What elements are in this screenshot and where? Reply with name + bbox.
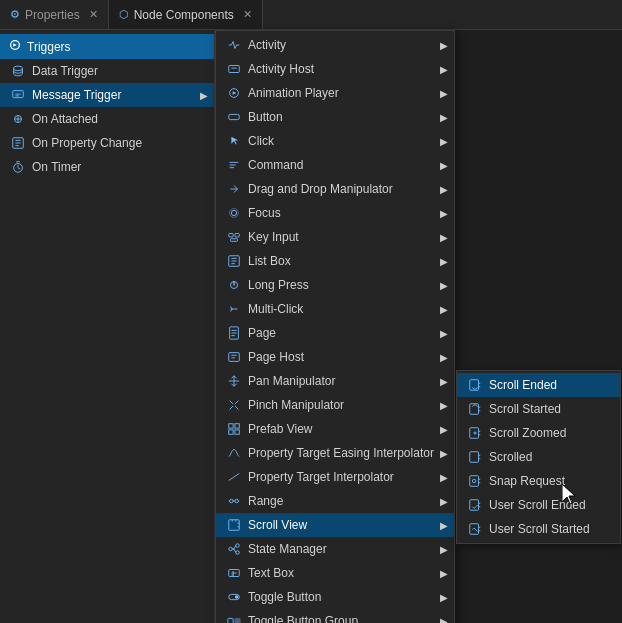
triggers-label: Triggers: [27, 40, 71, 54]
menu-user-scroll-started[interactable]: User Scroll Started: [457, 517, 620, 541]
menu-scroll-started[interactable]: Scroll Started: [457, 397, 620, 421]
button-arrow: ▶: [440, 112, 448, 123]
click-label: Click: [248, 134, 274, 148]
snap-request-icon: [467, 473, 483, 489]
prefab-view-label: Prefab View: [248, 422, 312, 436]
menu-scroll-view[interactable]: Scroll View ▶: [216, 513, 454, 537]
left-panel-data-trigger[interactable]: Data Trigger: [0, 59, 214, 83]
menu-pinch-manipulator[interactable]: Pinch Manipulator ▶: [216, 393, 454, 417]
state-manager-icon: [226, 541, 242, 557]
menu-list-box[interactable]: List Box ▶: [216, 249, 454, 273]
menu-page[interactable]: Page ▶: [216, 321, 454, 345]
triggers-icon: [8, 38, 22, 55]
menu-drag-drop[interactable]: Drag and Drop Manipulator ▶: [216, 177, 454, 201]
prop-target-interp-icon: [226, 469, 242, 485]
tab-properties-close[interactable]: ✕: [89, 8, 98, 21]
button-label: Button: [248, 110, 283, 124]
menu-user-scroll-ended[interactable]: User Scroll Ended: [457, 493, 620, 517]
svg-point-1: [14, 66, 23, 70]
scrolled-label: Scrolled: [489, 450, 532, 464]
activity-label: Activity: [248, 38, 286, 52]
menu-click[interactable]: Click ▶: [216, 129, 454, 153]
menu-snap-request[interactable]: Snap Request: [457, 469, 620, 493]
on-timer-label: On Timer: [32, 160, 81, 174]
user-scroll-ended-label: User Scroll Ended: [489, 498, 586, 512]
svg-point-22: [230, 499, 234, 503]
focus-arrow: ▶: [440, 208, 448, 219]
menu-range[interactable]: Range ▶: [216, 489, 454, 513]
drag-drop-icon: [226, 181, 242, 197]
command-icon: [226, 157, 242, 173]
list-box-icon: [226, 253, 242, 269]
menu-focus[interactable]: Focus ▶: [216, 201, 454, 225]
command-arrow: ▶: [440, 160, 448, 171]
menu-command[interactable]: Command ▶: [216, 153, 454, 177]
scroll-zoomed-icon: [467, 425, 483, 441]
menu-prop-target-interp[interactable]: Property Target Interpolator ▶: [216, 465, 454, 489]
menu-activity[interactable]: Activity ▶: [216, 33, 454, 57]
text-box-arrow: ▶: [440, 568, 448, 579]
text-box-icon: [226, 565, 242, 581]
tab-properties[interactable]: ⚙ Properties ✕: [0, 0, 109, 29]
scroll-zoomed-label: Scroll Zoomed: [489, 426, 566, 440]
animation-player-label: Animation Player: [248, 86, 339, 100]
menu-prop-target-easing[interactable]: Property Target Easing Interpolator ▶: [216, 441, 454, 465]
menu-button[interactable]: Button ▶: [216, 105, 454, 129]
menu-animation-player[interactable]: Animation Player ▶: [216, 81, 454, 105]
menu-pan-manipulator[interactable]: Pan Manipulator ▶: [216, 369, 454, 393]
pan-manipulator-arrow: ▶: [440, 376, 448, 387]
toggle-button-arrow: ▶: [440, 592, 448, 603]
menu-prefab-view[interactable]: Prefab View ▶: [216, 417, 454, 441]
svg-rect-18: [229, 424, 233, 428]
menu-multi-click[interactable]: Multi-Click ▶: [216, 297, 454, 321]
message-trigger-arrow: ▶: [200, 90, 208, 101]
left-panel-on-property-change[interactable]: On Property Change: [0, 131, 214, 155]
prop-target-easing-label: Property Target Easing Interpolator: [248, 446, 434, 460]
range-label: Range: [248, 494, 283, 508]
scroll-view-label: Scroll View: [248, 518, 307, 532]
toggle-button-label: Toggle Button: [248, 590, 321, 604]
page-host-icon: [226, 349, 242, 365]
left-panel-on-timer[interactable]: On Timer: [0, 155, 214, 179]
activity-host-label: Activity Host: [248, 62, 314, 76]
key-input-arrow: ▶: [440, 232, 448, 243]
menu-scroll-zoomed[interactable]: Scroll Zoomed: [457, 421, 620, 445]
drag-drop-arrow: ▶: [440, 184, 448, 195]
scroll-view-arrow: ▶: [440, 520, 448, 531]
click-arrow: ▶: [440, 136, 448, 147]
menu-key-input[interactable]: Key Input ▶: [216, 225, 454, 249]
prop-target-easing-arrow: ▶: [440, 448, 448, 459]
menu-scroll-ended[interactable]: Scroll Ended: [457, 373, 620, 397]
scrolled-icon: [467, 449, 483, 465]
svg-rect-17: [229, 353, 240, 362]
menu-page-host[interactable]: Page Host ▶: [216, 345, 454, 369]
on-property-change-icon: [10, 135, 26, 151]
menu-scrolled[interactable]: Scrolled: [457, 445, 620, 469]
left-panel-message-trigger[interactable]: Message Trigger ▶: [0, 83, 214, 107]
focus-icon: [226, 205, 242, 221]
left-panel-on-attached[interactable]: On Attached: [0, 107, 214, 131]
menu-toggle-button[interactable]: Toggle Button ▶: [216, 585, 454, 609]
menu-text-box[interactable]: Text Box ▶: [216, 561, 454, 585]
list-box-label: List Box: [248, 254, 291, 268]
svg-rect-11: [229, 234, 233, 238]
menu-activity-host[interactable]: Activity Host ▶: [216, 57, 454, 81]
left-panel: Triggers Data Trigger Message Trigger ▶ …: [0, 30, 215, 623]
menu-toggle-button-group[interactable]: Toggle Button Group ▶: [216, 609, 454, 623]
properties-tab-icon: ⚙: [10, 8, 20, 21]
pan-manipulator-label: Pan Manipulator: [248, 374, 335, 388]
long-press-icon: [226, 277, 242, 293]
pinch-manipulator-label: Pinch Manipulator: [248, 398, 344, 412]
tab-bar: ⚙ Properties ✕ ⬡ Node Components ✕: [0, 0, 622, 30]
tab-node-components-close[interactable]: ✕: [243, 8, 252, 21]
triggers-header[interactable]: Triggers: [0, 34, 214, 59]
on-property-change-label: On Property Change: [32, 136, 142, 150]
svg-rect-8: [229, 114, 240, 119]
tab-node-components[interactable]: ⬡ Node Components ✕: [109, 0, 263, 29]
menu-state-manager[interactable]: State Manager ▶: [216, 537, 454, 561]
toggle-button-group-label: Toggle Button Group: [248, 614, 358, 623]
svg-point-27: [236, 551, 240, 555]
menu-long-press[interactable]: Long Press ▶: [216, 273, 454, 297]
svg-rect-19: [235, 424, 239, 428]
svg-rect-12: [235, 234, 239, 238]
